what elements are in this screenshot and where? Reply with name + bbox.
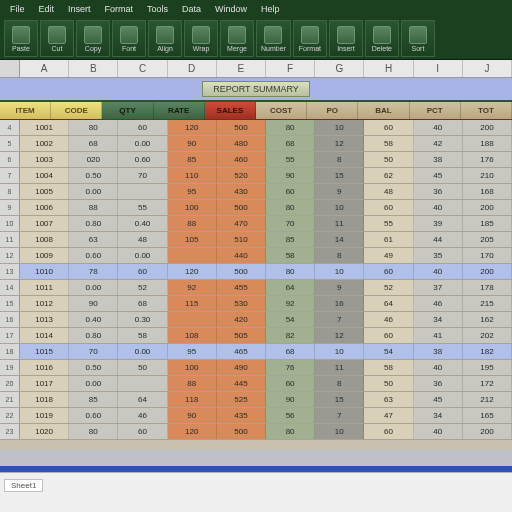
cell[interactable]: 8 — [315, 376, 364, 391]
cell[interactable]: 525 — [217, 392, 266, 407]
cell[interactable]: 10 — [315, 424, 364, 439]
cell[interactable]: 90 — [168, 408, 217, 423]
cell[interactable]: 0.00 — [118, 248, 167, 263]
ribbon-format[interactable]: Format — [293, 20, 327, 57]
cell[interactable]: 0.00 — [69, 376, 118, 391]
col-header-a[interactable]: A — [20, 60, 69, 77]
row-header[interactable]: 9 — [0, 200, 20, 215]
ribbon-merge[interactable]: Merge — [220, 20, 254, 57]
cell[interactable]: 60 — [364, 120, 413, 135]
subheader-pct[interactable]: PCT — [410, 102, 461, 119]
row-header[interactable]: 5 — [0, 136, 20, 151]
cell[interactable]: 188 — [463, 136, 512, 151]
row-header[interactable]: 22 — [0, 408, 20, 423]
cell[interactable]: 170 — [463, 248, 512, 263]
cell[interactable]: 50 — [364, 376, 413, 391]
cell[interactable]: 1007 — [20, 216, 69, 231]
row-header[interactable]: 23 — [0, 424, 20, 439]
cell[interactable]: 1018 — [20, 392, 69, 407]
cell[interactable]: 16 — [315, 296, 364, 311]
cell[interactable]: 1010 — [20, 264, 69, 279]
cell[interactable]: 88 — [168, 216, 217, 231]
col-header-c[interactable]: C — [118, 60, 167, 77]
col-header-d[interactable]: D — [168, 60, 217, 77]
table-row[interactable]: 2010170.00884456085036172 — [0, 376, 512, 392]
cell[interactable]: 120 — [168, 264, 217, 279]
subheader-item-range[interactable]: ITEM RANGE — [0, 102, 51, 119]
cell[interactable]: 0.50 — [69, 168, 118, 183]
cell[interactable]: 195 — [463, 360, 512, 375]
cell[interactable]: 500 — [217, 264, 266, 279]
cell[interactable]: 100 — [168, 200, 217, 215]
cell[interactable]: 60 — [266, 184, 315, 199]
cell[interactable]: 11 — [315, 360, 364, 375]
row-header[interactable]: 15 — [0, 296, 20, 311]
ribbon-wrap[interactable]: Wrap — [184, 20, 218, 57]
table-row[interactable]: 1910160.505010049076115840195 — [0, 360, 512, 376]
cell[interactable]: 34 — [414, 312, 463, 327]
cell[interactable]: 200 — [463, 120, 512, 135]
table-row[interactable]: 211018856411852590156345212 — [0, 392, 512, 408]
cell[interactable]: 85 — [69, 392, 118, 407]
cell[interactable]: 62 — [364, 168, 413, 183]
cell[interactable]: 58 — [118, 328, 167, 343]
cell[interactable]: 1004 — [20, 168, 69, 183]
cell[interactable]: 108 — [168, 328, 217, 343]
menu-window[interactable]: Window — [209, 3, 253, 15]
cell[interactable]: 520 — [217, 168, 266, 183]
row-header[interactable]: 19 — [0, 360, 20, 375]
cell[interactable]: 435 — [217, 408, 266, 423]
cell[interactable]: 40 — [414, 120, 463, 135]
table-row[interactable]: 2210190.6046904355674734165 — [0, 408, 512, 424]
subheader-rate[interactable]: RATE — [154, 102, 205, 119]
cell[interactable]: 45 — [414, 392, 463, 407]
cell[interactable]: 10 — [315, 264, 364, 279]
cell[interactable]: 505 — [217, 328, 266, 343]
cell[interactable]: 80 — [266, 200, 315, 215]
cell[interactable] — [118, 376, 167, 391]
cell[interactable]: 58 — [266, 248, 315, 263]
cell[interactable]: 1012 — [20, 296, 69, 311]
cell[interactable]: 40 — [414, 264, 463, 279]
cell[interactable]: 68 — [266, 344, 315, 359]
cell[interactable]: 12 — [315, 328, 364, 343]
cell[interactable]: 0.60 — [118, 152, 167, 167]
menu-insert[interactable]: Insert — [62, 3, 97, 15]
subheader-bal[interactable]: BAL — [358, 102, 409, 119]
cell[interactable]: 1006 — [20, 200, 69, 215]
cell[interactable]: 90 — [168, 136, 217, 151]
cell[interactable]: 0.80 — [69, 328, 118, 343]
cell[interactable]: 82 — [266, 328, 315, 343]
cell[interactable]: 215 — [463, 296, 512, 311]
cell[interactable]: 120 — [168, 120, 217, 135]
cell[interactable]: 0.00 — [69, 280, 118, 295]
cell[interactable]: 78 — [69, 264, 118, 279]
row-header[interactable]: 20 — [0, 376, 20, 391]
table-row[interactable]: 610030200.60854605585038176 — [0, 152, 512, 168]
cell[interactable]: 510 — [217, 232, 266, 247]
cell[interactable]: 34 — [414, 408, 463, 423]
cell[interactable]: 15 — [315, 168, 364, 183]
row-header[interactable]: 16 — [0, 312, 20, 327]
cell[interactable]: 176 — [463, 152, 512, 167]
table-row[interactable]: 1710140.805810850582126041202 — [0, 328, 512, 344]
cell[interactable]: 68 — [69, 136, 118, 151]
cell[interactable]: 60 — [364, 200, 413, 215]
table-row[interactable]: 51002680.009048068125842188 — [0, 136, 512, 152]
cell[interactable]: 490 — [217, 360, 266, 375]
table-row[interactable]: 710040.507011052090156245210 — [0, 168, 512, 184]
cell[interactable]: 40 — [414, 424, 463, 439]
cell[interactable]: 90 — [69, 296, 118, 311]
cell[interactable]: 100 — [168, 360, 217, 375]
menu-format[interactable]: Format — [99, 3, 140, 15]
cell[interactable]: 36 — [414, 184, 463, 199]
cell[interactable]: 1016 — [20, 360, 69, 375]
cell[interactable]: 54 — [364, 344, 413, 359]
cell[interactable] — [168, 248, 217, 263]
cell[interactable]: 60 — [118, 264, 167, 279]
cell[interactable]: 60 — [364, 424, 413, 439]
cell[interactable]: 76 — [266, 360, 315, 375]
sheet-tab[interactable]: Sheet1 — [4, 479, 43, 492]
cell[interactable]: 58 — [364, 136, 413, 151]
cell[interactable]: 64 — [266, 280, 315, 295]
